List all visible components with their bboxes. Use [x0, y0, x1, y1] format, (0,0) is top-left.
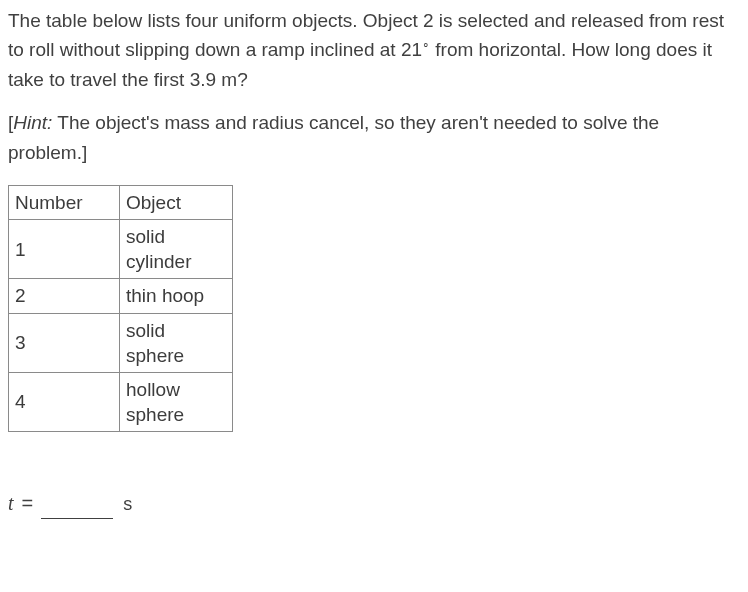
table-row: 2 thin hoop [9, 279, 233, 313]
answer-blank[interactable] [41, 497, 113, 519]
degree-symbol: ∘ [422, 38, 430, 52]
answer-row: t = s [8, 488, 740, 519]
cell-num: 2 [9, 279, 120, 313]
objects-table: Number Object 1 solid cylinder 2 thin ho… [8, 185, 233, 432]
header-object: Object [120, 186, 233, 220]
cell-obj: solid cylinder [120, 220, 233, 279]
cell-obj: solid sphere [120, 313, 233, 372]
cell-obj: thin hoop [120, 279, 233, 313]
cell-obj: hollow sphere [120, 372, 233, 431]
table-row: 1 solid cylinder [9, 220, 233, 279]
answer-variable: t [8, 488, 14, 519]
hint: [Hint: The object's mass and radius canc… [8, 108, 740, 167]
table-row: 4 hollow sphere [9, 372, 233, 431]
cell-num: 1 [9, 220, 120, 279]
header-number: Number [9, 186, 120, 220]
table-header-row: Number Object [9, 186, 233, 220]
problem-container: The table below lists four uniform objec… [0, 0, 748, 527]
problem-statement: The table below lists four uniform objec… [8, 6, 740, 94]
answer-unit: s [123, 491, 132, 519]
hint-label: Hint: [13, 112, 52, 133]
equals-sign: = [22, 488, 34, 519]
cell-num: 3 [9, 313, 120, 372]
cell-num: 4 [9, 372, 120, 431]
table-row: 3 solid sphere [9, 313, 233, 372]
hint-text: The object's mass and radius cancel, so … [8, 112, 659, 162]
